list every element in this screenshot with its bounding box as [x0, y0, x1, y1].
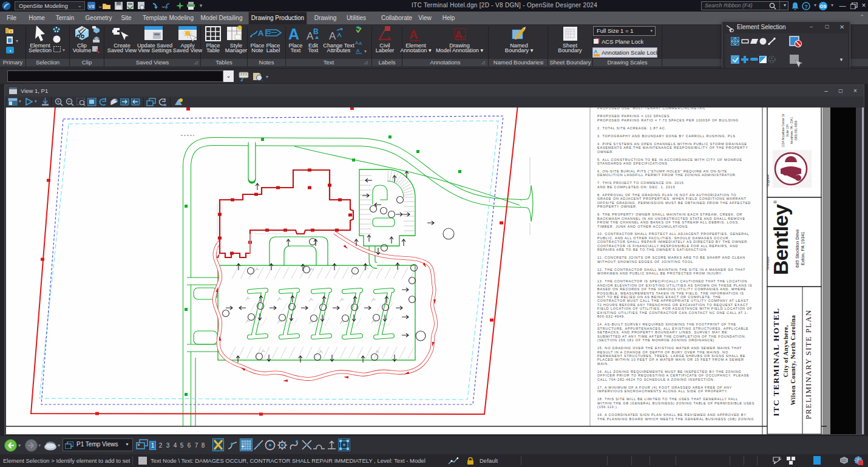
svg-text:A: A — [329, 30, 336, 41]
svg-text:Bentley: Bentley — [769, 204, 792, 275]
svg-text:◑: ◑ — [8, 49, 11, 53]
svg-text:City of Anywhere,: City of Anywhere, — [782, 325, 789, 377]
svg-text:A: A — [455, 29, 462, 41]
svg-text:V8: V8 — [89, 4, 95, 9]
svg-text:?: ? — [804, 4, 808, 10]
svg-text:PRELIMINARY SITE PLAN: PRELIMINARY SITE PLAN — [804, 309, 813, 419]
svg-text:A: A — [359, 41, 362, 46]
svg-text:OS: OS — [820, 4, 827, 9]
svg-text:685 Stockton Drive: 685 Stockton Drive — [795, 229, 800, 267]
svg-text:(555) 551-5555: (555) 551-5555 — [795, 120, 798, 140]
svg-text:B: B — [313, 27, 319, 36]
svg-text:®: ® — [773, 200, 778, 203]
svg-text:A: A — [594, 49, 598, 55]
svg-text:Exton, PA 19341: Exton, PA 19341 — [800, 231, 805, 265]
svg-text:A: A — [356, 48, 360, 53]
svg-text:ITC TERMINAL HOTEL: ITC TERMINAL HOTEL — [771, 307, 781, 416]
svg-text:1234 Anywhere Center Dr: 1234 Anywhere Center Dr — [782, 114, 785, 148]
svg-text:Wilson County, North Caroli: Wilson County, North Carolina — [790, 315, 796, 406]
svg-text:Anywhere, PA - 2341: Anywhere, PA - 2341 — [790, 117, 793, 144]
svg-text:A: A — [258, 29, 264, 38]
svg-text:A: A — [409, 28, 418, 41]
svg-text:Engineer:: Engineer: — [766, 174, 770, 186]
svg-text:Suite 104: Suite 104 — [786, 124, 789, 137]
